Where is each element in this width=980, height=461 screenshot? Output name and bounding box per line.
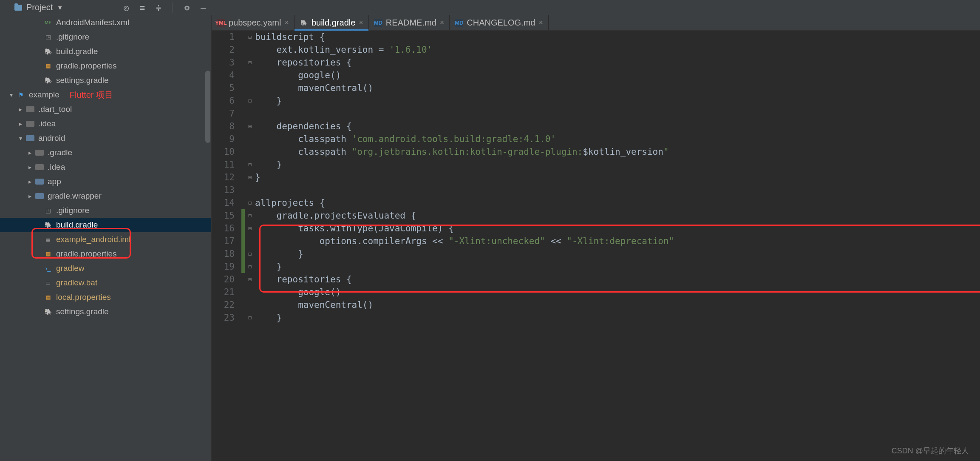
tree-item-label: example_android.iml xyxy=(56,235,130,244)
chevron-icon[interactable]: ▸ xyxy=(16,120,25,127)
editor-tab[interactable]: MDREADME.md× xyxy=(369,15,450,30)
tree-item[interactable]: 🐘settings.gradle xyxy=(0,73,211,88)
line-number: 19 xyxy=(212,262,241,272)
line-number: 10 xyxy=(212,147,241,157)
code-line[interactable]: 19⊟ } xyxy=(212,260,980,273)
code-line[interactable]: 3⊟ repositories { xyxy=(212,56,980,69)
fold-icon[interactable]: ⊟ xyxy=(245,199,255,206)
tree-item[interactable]: 🐘build.gradle xyxy=(0,44,211,59)
tree-item[interactable]: ≣gradlew.bat xyxy=(0,276,211,290)
collapse-all-icon[interactable]: ≑ xyxy=(152,1,165,14)
code-line[interactable]: 18⊟ } xyxy=(212,248,980,260)
tree-item[interactable]: ›_gradlew xyxy=(0,261,211,276)
tree-item[interactable]: MFAndroidManifest.xml xyxy=(0,15,211,30)
caret-down-icon: ▼ xyxy=(57,4,63,11)
tree-item-label: example xyxy=(29,90,59,100)
locate-icon[interactable]: ◎ xyxy=(120,1,133,14)
close-icon[interactable]: × xyxy=(359,18,363,27)
close-icon[interactable]: × xyxy=(538,18,543,27)
vcs-gutter xyxy=(241,196,245,209)
scrollbar[interactable] xyxy=(205,71,210,143)
tree-item[interactable]: ▸.idea xyxy=(0,117,211,131)
chevron-icon[interactable]: ▾ xyxy=(16,135,25,142)
line-number: 23 xyxy=(212,313,241,323)
tree-item[interactable]: ◳.gitignore xyxy=(0,30,211,44)
hide-icon[interactable]: — xyxy=(197,1,210,14)
code-line[interactable]: 13 xyxy=(212,184,980,196)
tree-item[interactable]: 🐘build.gradle xyxy=(0,218,211,232)
tree-item[interactable]: ▸.idea xyxy=(0,160,211,174)
fold-icon[interactable]: ⊟ xyxy=(245,123,255,130)
editor-tab[interactable]: YMLpubspec.yaml× xyxy=(212,15,295,30)
code-line[interactable]: 4 google() xyxy=(212,69,980,82)
tree-item-label: .gradle xyxy=(48,148,72,157)
tree-item-label: gradle.properties xyxy=(56,61,117,71)
tree-item-label: settings.gradle xyxy=(56,76,109,85)
editor-tab[interactable]: 🐘build.gradle× xyxy=(295,15,369,30)
close-icon[interactable]: × xyxy=(284,18,289,27)
tree-item[interactable]: ▾android xyxy=(0,131,211,145)
tree-item[interactable]: ▸gradle.wrapper xyxy=(0,189,211,203)
tree-item[interactable]: ▸.gradle xyxy=(0,145,211,160)
chevron-icon[interactable]: ▸ xyxy=(25,149,34,156)
separator xyxy=(173,3,173,13)
line-number: 18 xyxy=(212,249,241,259)
code-line[interactable]: 6⊟ } xyxy=(212,94,980,107)
fold-icon[interactable]: ⊟ xyxy=(245,34,255,40)
code-line[interactable]: 10 classpath "org.jetbrains.kotlin:kotli… xyxy=(212,145,980,158)
fold-icon[interactable]: ⊟ xyxy=(245,212,255,219)
fold-icon[interactable]: ⊟ xyxy=(245,276,255,283)
watermark: CSDN @早起的年轻人 xyxy=(892,446,969,456)
fold-icon[interactable]: ⊟ xyxy=(245,59,255,66)
code-line[interactable]: 16⊟ tasks.withType(JavaCompile) { xyxy=(212,222,980,235)
code-line[interactable]: 22 mavenCentral() xyxy=(212,299,980,311)
code-line[interactable]: 1⊟buildscript { xyxy=(212,31,980,43)
code-line[interactable]: 15⊟ gradle.projectsEvaluated { xyxy=(212,209,980,222)
tree-item[interactable]: ▸app xyxy=(0,174,211,189)
fold-icon[interactable]: ⊟ xyxy=(245,161,255,168)
chevron-icon[interactable]: ▸ xyxy=(25,193,34,199)
vcs-gutter xyxy=(241,171,245,184)
tree-item[interactable]: ▸.dart_tool xyxy=(0,102,211,117)
fold-icon[interactable]: ⊟ xyxy=(245,263,255,270)
tree-item[interactable]: ▤gradle.properties xyxy=(0,247,211,261)
tree-item[interactable]: ▤local.properties xyxy=(0,290,211,304)
code-line[interactable]: 20⊟ repositories { xyxy=(212,273,980,286)
chevron-icon[interactable]: ▾ xyxy=(7,91,15,98)
fold-icon[interactable]: ⊟ xyxy=(245,250,255,257)
code-line[interactable]: 23⊟ } xyxy=(212,311,980,324)
chevron-icon[interactable]: ▸ xyxy=(25,178,34,185)
project-tree[interactable]: MFAndroidManifest.xml◳.gitignore🐘build.g… xyxy=(0,15,211,319)
code-line[interactable]: 5 mavenCentral() xyxy=(212,82,980,94)
vcs-gutter xyxy=(241,120,245,133)
fold-icon[interactable]: ⊟ xyxy=(245,97,255,104)
code-line[interactable]: 2 ext.kotlin_version = '1.6.10' xyxy=(212,43,980,56)
code-line[interactable]: 21 google() xyxy=(212,286,980,299)
gear-icon[interactable]: ⚙ xyxy=(181,1,193,14)
fold-icon[interactable]: ⊟ xyxy=(245,174,255,181)
tree-item[interactable]: ≣example_android.iml xyxy=(0,232,211,247)
tree-item[interactable]: 🐘settings.gradle xyxy=(0,304,211,319)
tree-item[interactable]: ▤gradle.properties xyxy=(0,59,211,73)
code-line[interactable]: 8⊟ dependencies { xyxy=(212,120,980,133)
chevron-icon[interactable]: ▸ xyxy=(25,164,34,171)
code-line[interactable]: 7 xyxy=(212,107,980,120)
project-view-selector[interactable]: Project ▼ xyxy=(14,3,71,12)
close-icon[interactable]: × xyxy=(440,18,445,27)
code-line[interactable]: 12⊟} xyxy=(212,171,980,184)
fold-icon[interactable]: ⊟ xyxy=(245,314,255,321)
expand-all-icon[interactable]: ≡ xyxy=(136,1,149,14)
line-number: 13 xyxy=(212,185,241,195)
code-line[interactable]: 14⊟allprojects { xyxy=(212,196,980,209)
chevron-icon[interactable]: ▸ xyxy=(16,106,25,113)
editor-tab[interactable]: MDCHANGELOG.md× xyxy=(450,15,549,30)
code-editor[interactable]: 1⊟buildscript {2 ext.kotlin_version = '1… xyxy=(212,31,980,461)
tree-item-label: .gitignore xyxy=(56,206,89,215)
code-line[interactable]: 17 options.compilerArgs << "-Xlint:unche… xyxy=(212,235,980,248)
tree-item-label: AndroidManifest.xml xyxy=(56,18,129,27)
code-line[interactable]: 11⊟ } xyxy=(212,158,980,171)
tree-item[interactable]: ◳.gitignore xyxy=(0,203,211,218)
code-line[interactable]: 9 classpath 'com.android.tools.build:gra… xyxy=(212,133,980,145)
tree-item[interactable]: ▾⚑exampleFlutter 项目 xyxy=(0,88,211,102)
fold-icon[interactable]: ⊟ xyxy=(245,225,255,232)
